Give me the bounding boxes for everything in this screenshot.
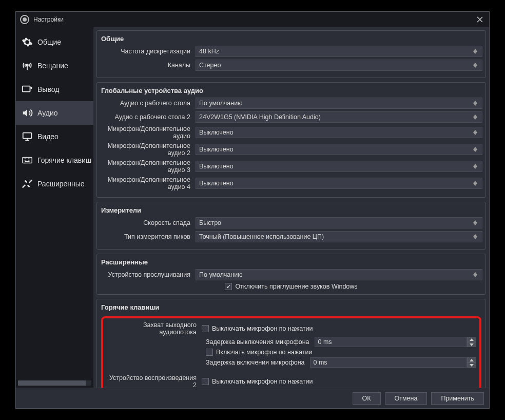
decay-dropdown[interactable]: Быстро: [196, 217, 482, 228]
decay-label: Скорость спада: [100, 219, 196, 226]
cancel-button[interactable]: Отмена: [385, 392, 428, 405]
footer: ОК Отмена Применить: [16, 388, 489, 408]
sidebar-label: Видео: [37, 132, 59, 141]
channels-dropdown[interactable]: Стерео: [196, 60, 482, 71]
dropdown-value: Быстро: [199, 219, 221, 226]
peak-dropdown[interactable]: Точный (Повышенное использование ЦП): [196, 231, 482, 242]
global-audio-dropdown-4[interactable]: Выключено: [196, 161, 482, 172]
samplerate-label: Частота дискретизации: [100, 48, 196, 55]
monitor-icon: [21, 130, 33, 143]
sidebar-label: Вещание: [37, 62, 68, 70]
global-audio-dropdown-0[interactable]: По умолчанию: [196, 98, 482, 109]
keyboard-icon: [21, 154, 33, 166]
global-audio-dropdown-5[interactable]: Выключено: [196, 178, 482, 189]
spinner-up-icon[interactable]: [467, 357, 476, 362]
close-button[interactable]: [475, 14, 485, 25]
d2-mute-push-checkbox[interactable]: Выключать микрофон по нажатии: [202, 378, 476, 385]
svg-point-0: [26, 64, 28, 66]
checkbox-unchecked-icon: [202, 378, 209, 385]
global-audio-label: Аудио с рабочего стола: [100, 100, 196, 107]
sidebar-item-video[interactable]: Видео: [16, 125, 93, 148]
monitor-label: Устройство прослушивания: [100, 271, 196, 278]
sidebar-item-hotkeys[interactable]: Горячие клавиш: [16, 148, 93, 172]
gear-icon: [21, 36, 33, 48]
global-audio-label: Аудио с рабочего стола 2: [100, 113, 196, 121]
sidebar-label: Вывод: [37, 85, 59, 93]
global-audio-label: Микрофон/Дополнительное аудио 2: [100, 142, 196, 157]
mute-push-checkbox[interactable]: Выключать микрофон по нажатии: [202, 325, 476, 332]
output-icon: [21, 83, 33, 96]
group-general: Общие Частота дискретизации 48 kHz Канал…: [96, 30, 486, 78]
dropdown-value: Стерео: [199, 62, 221, 69]
dropdown-value: Точный (Повышенное использование ЦП): [199, 233, 324, 240]
dropdown-value: Выключено: [199, 180, 234, 187]
group-title: Горячие клавиши: [100, 301, 482, 314]
channels-label: Каналы: [100, 62, 196, 69]
spinner-value: 0 ms: [310, 357, 467, 368]
ok-button[interactable]: ОК: [353, 392, 381, 405]
settings-window: Настройки Общие Вещание: [15, 11, 490, 409]
dropdown-value: 24V2W1G5 (NVIDIA High Definition Audio): [199, 113, 321, 121]
unmute-delay-spinner[interactable]: 0 ms: [310, 357, 476, 368]
chevron-updown-icon: [472, 164, 479, 169]
unmute-push-label: Включать микрофон по нажатии: [216, 349, 313, 356]
device2-label: Устройство воспроизведения 2: [106, 374, 202, 388]
mute-delay-spinner[interactable]: 0 ms: [315, 337, 477, 347]
group-advanced: Расширенные Устройство прослушивания По …: [96, 254, 486, 295]
global-audio-dropdown-2[interactable]: Выключено: [196, 127, 482, 138]
dropdown-value: Выключено: [199, 163, 234, 170]
sidebar-scrollbar[interactable]: [18, 380, 91, 386]
window-title: Настройки: [33, 16, 475, 23]
tools-icon: [21, 178, 33, 190]
spinner-down-icon[interactable]: [467, 362, 476, 368]
monitor-dropdown[interactable]: По умолчанию: [196, 269, 482, 280]
mute-delay-label: Задержка выключения микрофона: [206, 338, 309, 346]
sidebar-item-general[interactable]: Общие: [16, 30, 93, 54]
peak-label: Тип измерителя пиков: [100, 233, 196, 240]
group-title: Общие: [100, 33, 482, 46]
spinner-up-icon[interactable]: [467, 337, 476, 342]
audio-icon: [21, 107, 33, 119]
hotkeys-highlight-area: Захват выходного аудиопотока Выключать м…: [101, 316, 481, 388]
sidebar-item-advanced[interactable]: Расширенные: [16, 172, 93, 196]
body: Общие Вещание Вывод Аудио: [16, 27, 489, 388]
dropdown-value: Выключено: [199, 146, 234, 153]
chevron-updown-icon: [472, 147, 479, 152]
chevron-updown-icon: [472, 220, 479, 225]
group-meters: Измерители Скорость спада Быстро Тип изм…: [96, 202, 486, 250]
chevron-updown-icon: [472, 130, 479, 135]
spinner-down-icon[interactable]: [467, 342, 476, 347]
scrollbar-thumb[interactable]: [18, 380, 86, 386]
chevron-updown-icon: [472, 101, 479, 106]
group-hotkeys: Горячие клавиши Захват выходного аудиопо…: [96, 299, 486, 388]
group-title: Глобальные устройства аудио: [100, 85, 482, 98]
global-audio-dropdown-1[interactable]: 24V2W1G5 (NVIDIA High Definition Audio): [196, 111, 482, 123]
sidebar-item-output[interactable]: Вывод: [16, 78, 93, 101]
chevron-updown-icon: [472, 63, 479, 68]
global-audio-dropdown-3[interactable]: Выключено: [196, 144, 482, 155]
unmute-push-checkbox[interactable]: Включать микрофон по нажатии: [206, 349, 313, 356]
samplerate-dropdown[interactable]: 48 kHz: [196, 46, 482, 57]
chevron-updown-icon: [472, 49, 479, 54]
dropdown-value: По умолчанию: [199, 271, 243, 278]
capture-output-label: Захват выходного аудиопотока: [106, 321, 202, 336]
chevron-updown-icon: [472, 114, 479, 120]
dropdown-value: 48 kHz: [199, 48, 219, 55]
sidebar-label: Расширенные: [37, 180, 85, 188]
sidebar-label: Общие: [37, 38, 61, 46]
mute-push-label: Выключать микрофон по нажатии: [212, 325, 313, 332]
apply-button[interactable]: Применить: [431, 392, 484, 405]
group-title: Измерители: [100, 204, 482, 217]
global-audio-label: Микрофон/Дополнительное аудио 4: [100, 176, 196, 190]
chevron-updown-icon: [472, 181, 479, 186]
sidebar-item-stream[interactable]: Вещание: [16, 54, 93, 78]
content-area: Общие Частота дискретизации 48 kHz Канал…: [93, 27, 489, 388]
svg-rect-2: [23, 133, 32, 139]
unmute-delay-label: Задержка включения микрофона: [206, 359, 305, 366]
ducking-checkbox-row[interactable]: ✓ Отключить приглушение звуков Windows: [225, 283, 357, 290]
sidebar: Общие Вещание Вывод Аудио: [16, 27, 93, 388]
dropdown-value: По умолчанию: [199, 100, 243, 107]
group-global-audio: Глобальные устройства аудио Аудио с рабо…: [96, 82, 486, 198]
ducking-label: Отключить приглушение звуков Windows: [235, 283, 357, 290]
sidebar-item-audio[interactable]: Аудио: [16, 101, 93, 125]
